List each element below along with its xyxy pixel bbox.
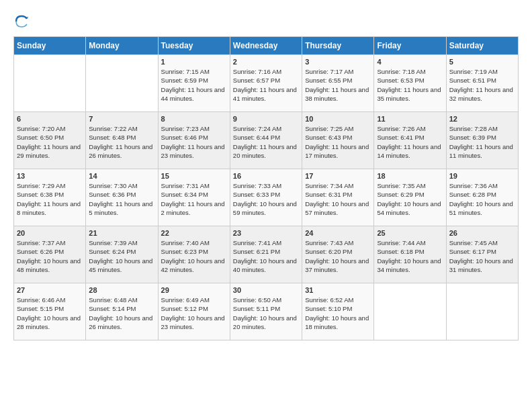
week-row-1: 1Sunrise: 7:15 AMSunset: 6:59 PMDaylight… bbox=[14, 55, 519, 112]
calendar-cell: 2Sunrise: 7:16 AMSunset: 6:57 PMDaylight… bbox=[230, 55, 302, 112]
calendar-cell bbox=[86, 55, 158, 112]
day-info: Sunrise: 7:34 AMSunset: 6:31 PMDaylight:… bbox=[305, 181, 371, 217]
day-info: Sunrise: 7:36 AMSunset: 6:28 PMDaylight:… bbox=[449, 181, 515, 217]
day-info: Sunrise: 7:16 AMSunset: 6:57 PMDaylight:… bbox=[233, 67, 299, 103]
day-number: 25 bbox=[377, 229, 443, 237]
day-number: 11 bbox=[377, 115, 443, 123]
logo bbox=[13, 13, 32, 30]
calendar-cell: 31Sunrise: 6:52 AMSunset: 5:10 PMDayligh… bbox=[302, 283, 374, 340]
calendar-cell: 13Sunrise: 7:29 AMSunset: 6:38 PMDayligh… bbox=[14, 169, 86, 226]
day-info: Sunrise: 7:17 AMSunset: 6:55 PMDaylight:… bbox=[305, 67, 371, 103]
calendar-cell: 5Sunrise: 7:19 AMSunset: 6:51 PMDaylight… bbox=[446, 55, 518, 112]
day-info: Sunrise: 7:44 AMSunset: 6:18 PMDaylight:… bbox=[377, 238, 443, 274]
day-info: Sunrise: 7:29 AMSunset: 6:38 PMDaylight:… bbox=[17, 181, 83, 217]
day-number: 22 bbox=[161, 229, 227, 237]
day-number: 30 bbox=[233, 286, 299, 294]
day-info: Sunrise: 7:39 AMSunset: 6:24 PMDaylight:… bbox=[89, 238, 154, 274]
day-info: Sunrise: 7:41 AMSunset: 6:21 PMDaylight:… bbox=[233, 238, 299, 274]
calendar-cell: 9Sunrise: 7:24 AMSunset: 6:44 PMDaylight… bbox=[230, 112, 302, 169]
calendar-cell: 19Sunrise: 7:36 AMSunset: 6:28 PMDayligh… bbox=[446, 169, 518, 226]
day-header-thursday: Thursday bbox=[302, 37, 374, 55]
day-number: 6 bbox=[17, 115, 83, 123]
day-number: 5 bbox=[449, 58, 515, 66]
calendar-cell: 29Sunrise: 6:49 AMSunset: 5:12 PMDayligh… bbox=[158, 283, 230, 340]
day-number: 27 bbox=[17, 286, 83, 294]
day-number: 21 bbox=[89, 229, 154, 237]
day-info: Sunrise: 7:15 AMSunset: 6:59 PMDaylight:… bbox=[161, 67, 227, 103]
day-header-wednesday: Wednesday bbox=[230, 37, 302, 55]
calendar-cell: 28Sunrise: 6:48 AMSunset: 5:14 PMDayligh… bbox=[86, 283, 158, 340]
calendar-cell: 15Sunrise: 7:31 AMSunset: 6:34 PMDayligh… bbox=[158, 169, 230, 226]
day-info: Sunrise: 7:30 AMSunset: 6:36 PMDaylight:… bbox=[89, 181, 154, 217]
calendar-cell bbox=[14, 55, 86, 112]
calendar-cell: 25Sunrise: 7:44 AMSunset: 6:18 PMDayligh… bbox=[374, 226, 446, 283]
day-number: 28 bbox=[89, 286, 154, 294]
day-info: Sunrise: 7:31 AMSunset: 6:34 PMDaylight:… bbox=[161, 181, 227, 217]
calendar-cell: 14Sunrise: 7:30 AMSunset: 6:36 PMDayligh… bbox=[86, 169, 158, 226]
day-number: 31 bbox=[305, 286, 371, 294]
calendar-cell: 18Sunrise: 7:35 AMSunset: 6:29 PMDayligh… bbox=[374, 169, 446, 226]
day-info: Sunrise: 7:28 AMSunset: 6:39 PMDaylight:… bbox=[449, 124, 515, 160]
calendar-cell: 8Sunrise: 7:23 AMSunset: 6:46 PMDaylight… bbox=[158, 112, 230, 169]
calendar-cell bbox=[446, 283, 518, 340]
calendar-cell: 11Sunrise: 7:26 AMSunset: 6:41 PMDayligh… bbox=[374, 112, 446, 169]
calendar-cell: 26Sunrise: 7:45 AMSunset: 6:17 PMDayligh… bbox=[446, 226, 518, 283]
day-info: Sunrise: 6:49 AMSunset: 5:12 PMDaylight:… bbox=[161, 295, 227, 331]
calendar-cell: 23Sunrise: 7:41 AMSunset: 6:21 PMDayligh… bbox=[230, 226, 302, 283]
week-row-3: 13Sunrise: 7:29 AMSunset: 6:38 PMDayligh… bbox=[14, 169, 519, 226]
calendar-cell: 6Sunrise: 7:20 AMSunset: 6:50 PMDaylight… bbox=[14, 112, 86, 169]
day-number: 1 bbox=[161, 58, 227, 66]
calendar-cell: 16Sunrise: 7:33 AMSunset: 6:33 PMDayligh… bbox=[230, 169, 302, 226]
calendar-cell: 7Sunrise: 7:22 AMSunset: 6:48 PMDaylight… bbox=[86, 112, 158, 169]
day-info: Sunrise: 7:23 AMSunset: 6:46 PMDaylight:… bbox=[161, 124, 227, 160]
day-number: 7 bbox=[89, 115, 154, 123]
day-info: Sunrise: 7:37 AMSunset: 6:26 PMDaylight:… bbox=[17, 238, 83, 274]
day-number: 10 bbox=[305, 115, 371, 123]
calendar-cell: 30Sunrise: 6:50 AMSunset: 5:11 PMDayligh… bbox=[230, 283, 302, 340]
day-number: 13 bbox=[17, 172, 83, 180]
day-number: 15 bbox=[161, 172, 227, 180]
day-number: 20 bbox=[17, 229, 83, 237]
day-header-friday: Friday bbox=[374, 37, 446, 55]
day-header-saturday: Saturday bbox=[446, 37, 518, 55]
day-info: Sunrise: 7:40 AMSunset: 6:23 PMDaylight:… bbox=[161, 238, 227, 274]
day-number: 3 bbox=[305, 58, 371, 66]
calendar-table: SundayMondayTuesdayWednesdayThursdayFrid… bbox=[13, 36, 519, 340]
week-row-5: 27Sunrise: 6:46 AMSunset: 5:15 PMDayligh… bbox=[14, 283, 519, 340]
calendar-cell bbox=[374, 283, 446, 340]
day-info: Sunrise: 7:26 AMSunset: 6:41 PMDaylight:… bbox=[377, 124, 443, 160]
day-info: Sunrise: 7:22 AMSunset: 6:48 PMDaylight:… bbox=[89, 124, 154, 160]
day-info: Sunrise: 7:45 AMSunset: 6:17 PMDaylight:… bbox=[449, 238, 515, 274]
day-number: 12 bbox=[449, 115, 515, 123]
logo-icon bbox=[13, 13, 30, 30]
calendar-cell: 27Sunrise: 6:46 AMSunset: 5:15 PMDayligh… bbox=[14, 283, 86, 340]
day-info: Sunrise: 6:52 AMSunset: 5:10 PMDaylight:… bbox=[305, 295, 371, 331]
day-info: Sunrise: 7:25 AMSunset: 6:43 PMDaylight:… bbox=[305, 124, 371, 160]
day-number: 24 bbox=[305, 229, 371, 237]
day-number: 19 bbox=[449, 172, 515, 180]
day-number: 16 bbox=[233, 172, 299, 180]
header-row: SundayMondayTuesdayWednesdayThursdayFrid… bbox=[14, 37, 519, 55]
day-header-tuesday: Tuesday bbox=[158, 37, 230, 55]
day-info: Sunrise: 6:46 AMSunset: 5:15 PMDaylight:… bbox=[17, 295, 83, 331]
day-header-monday: Monday bbox=[86, 37, 158, 55]
calendar-cell: 22Sunrise: 7:40 AMSunset: 6:23 PMDayligh… bbox=[158, 226, 230, 283]
day-number: 2 bbox=[233, 58, 299, 66]
calendar-cell: 3Sunrise: 7:17 AMSunset: 6:55 PMDaylight… bbox=[302, 55, 374, 112]
week-row-2: 6Sunrise: 7:20 AMSunset: 6:50 PMDaylight… bbox=[14, 112, 519, 169]
day-info: Sunrise: 7:20 AMSunset: 6:50 PMDaylight:… bbox=[17, 124, 83, 160]
day-header-sunday: Sunday bbox=[14, 37, 86, 55]
day-number: 17 bbox=[305, 172, 371, 180]
day-number: 23 bbox=[233, 229, 299, 237]
calendar-cell: 24Sunrise: 7:43 AMSunset: 6:20 PMDayligh… bbox=[302, 226, 374, 283]
calendar-cell: 20Sunrise: 7:37 AMSunset: 6:26 PMDayligh… bbox=[14, 226, 86, 283]
day-info: Sunrise: 6:48 AMSunset: 5:14 PMDaylight:… bbox=[89, 295, 154, 331]
day-number: 4 bbox=[377, 58, 443, 66]
day-info: Sunrise: 7:19 AMSunset: 6:51 PMDaylight:… bbox=[449, 67, 515, 103]
calendar-cell: 21Sunrise: 7:39 AMSunset: 6:24 PMDayligh… bbox=[86, 226, 158, 283]
week-row-4: 20Sunrise: 7:37 AMSunset: 6:26 PMDayligh… bbox=[14, 226, 519, 283]
day-number: 29 bbox=[161, 286, 227, 294]
day-info: Sunrise: 7:24 AMSunset: 6:44 PMDaylight:… bbox=[233, 124, 299, 160]
calendar-cell: 12Sunrise: 7:28 AMSunset: 6:39 PMDayligh… bbox=[446, 112, 518, 169]
day-info: Sunrise: 7:35 AMSunset: 6:29 PMDaylight:… bbox=[377, 181, 443, 217]
